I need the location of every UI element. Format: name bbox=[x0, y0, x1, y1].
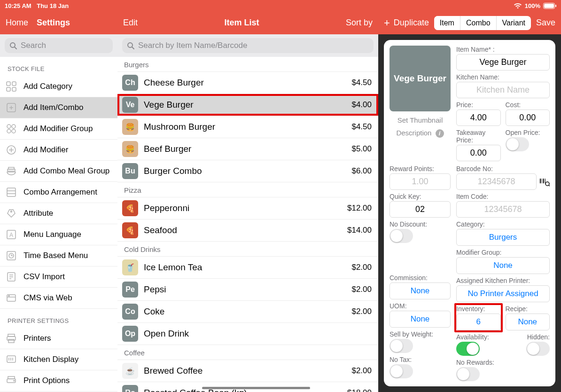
duplicate-button[interactable]: Duplicate bbox=[394, 18, 429, 28]
label-recipe: Recipe: bbox=[506, 305, 550, 313]
sidebar-item-label: Attribute bbox=[23, 209, 53, 218]
item-price: $14.00 bbox=[347, 226, 372, 235]
sidebar-search-input[interactable] bbox=[21, 41, 120, 50]
item-row[interactable]: 🍕Pepperonni$12.00 bbox=[117, 197, 378, 220]
sidebar-item-printers[interactable]: Printers bbox=[0, 328, 117, 349]
wifi-icon bbox=[514, 3, 522, 9]
description-button[interactable]: Description i bbox=[396, 129, 444, 138]
set-thumbnail-button[interactable]: Set Thumbnail bbox=[397, 116, 443, 124]
item-code-input[interactable]: 12345678 bbox=[456, 201, 550, 218]
sidebar-item-add-category[interactable]: Add Category bbox=[0, 76, 117, 97]
item-row[interactable]: 🥤Ice Lemon Tea$2.00 bbox=[117, 257, 378, 279]
item-row[interactable]: 🍔Beef Burger$5.00 bbox=[117, 138, 378, 160]
item-price: $2.00 bbox=[351, 366, 372, 376]
status-date: Thu 18 Jan bbox=[37, 2, 69, 9]
item-thumb: ☕ bbox=[122, 363, 138, 379]
cost-input[interactable]: 0.00 bbox=[506, 110, 550, 126]
item-row[interactable]: OpOpen Drink bbox=[117, 323, 378, 345]
uom-button[interactable]: None bbox=[390, 311, 451, 328]
sell-by-weight-toggle[interactable] bbox=[390, 339, 413, 353]
item-name: Burger Combo bbox=[144, 166, 346, 176]
sidebar-item-print-options[interactable]: Print Options bbox=[0, 370, 117, 392]
item-row[interactable]: 🍔Mushroom Burger$4.50 bbox=[117, 116, 378, 138]
sidebar-search[interactable] bbox=[5, 38, 113, 53]
inventory-button[interactable]: 6 bbox=[456, 314, 501, 330]
recipe-button[interactable]: None bbox=[506, 314, 550, 330]
info-icon: i bbox=[436, 129, 444, 138]
category-button[interactable]: Burgers bbox=[456, 229, 550, 246]
item-row[interactable]: 🍕Seafood$14.00 bbox=[117, 220, 378, 242]
sidebar-item-label: CSV Import bbox=[23, 272, 65, 282]
price-input[interactable]: 4.00 bbox=[456, 110, 501, 126]
item-row[interactable]: VeVege Burger$4.00 bbox=[117, 94, 378, 116]
sidebar-item-label: Add Modifier bbox=[23, 145, 68, 155]
item-row[interactable]: PePepsi$2.00 bbox=[117, 279, 378, 301]
quick-key-input[interactable]: 02 bbox=[390, 201, 451, 218]
sidebar-icon bbox=[6, 165, 17, 177]
sidebar-item-kitchen-display[interactable]: Kitchen Display bbox=[0, 349, 117, 370]
item-price: $4.50 bbox=[351, 78, 372, 87]
label-commission: Commission: bbox=[390, 274, 451, 282]
sort-button[interactable]: Sort by bbox=[346, 18, 373, 28]
label-no-rewards: No Rewards: bbox=[456, 359, 550, 366]
sidebar-icon bbox=[6, 102, 17, 113]
save-button[interactable]: Save bbox=[536, 18, 555, 28]
sidebar-item-attribute[interactable]: Attribute bbox=[0, 203, 117, 224]
item-name: Open Drink bbox=[144, 329, 366, 339]
seg-combo[interactable]: Combo bbox=[460, 16, 497, 30]
sidebar-icon bbox=[6, 354, 17, 365]
commission-button[interactable]: None bbox=[390, 282, 451, 299]
sidebar-item-csv-import[interactable]: CSV Import bbox=[0, 267, 117, 288]
reward-points-input[interactable]: 1.00 bbox=[390, 173, 451, 190]
item-name: Pepsi bbox=[144, 284, 346, 295]
svg-point-32 bbox=[8, 296, 9, 297]
item-row[interactable]: ChCheese Burger$4.50 bbox=[117, 72, 378, 94]
sidebar-item-combo-arrangement[interactable]: Combo Arrangement bbox=[0, 182, 117, 203]
scrollbar[interactable] bbox=[202, 387, 310, 389]
item-price: $2.00 bbox=[351, 285, 372, 294]
takeaway-price-input[interactable]: 0.00 bbox=[456, 145, 501, 161]
no-rewards-toggle[interactable] bbox=[456, 367, 480, 381]
edit-button[interactable]: Edit bbox=[123, 18, 138, 28]
svg-rect-2 bbox=[7, 82, 10, 86]
sidebar-item-add-modifier-group[interactable]: Add Modifier Group bbox=[0, 118, 117, 140]
kitchen-name-input[interactable]: Kitchen Name bbox=[456, 82, 550, 98]
item-thumb: 🍕 bbox=[122, 222, 138, 238]
open-price-toggle[interactable] bbox=[506, 137, 529, 151]
barcode-input[interactable]: 12345678 bbox=[456, 173, 537, 190]
sidebar-item-time-based-menu[interactable]: Time Based Menu bbox=[0, 245, 117, 267]
sidebar-item-add-item-combo[interactable]: Add Item/Combo bbox=[0, 97, 117, 118]
label-sell-by-weight: Sell by Weight: bbox=[390, 330, 451, 338]
label-inventory: Inventory: bbox=[456, 305, 501, 313]
no-discount-toggle[interactable] bbox=[390, 229, 413, 243]
item-search-input[interactable] bbox=[138, 41, 369, 50]
sidebar-item-add-combo-meal-group[interactable]: Add Combo Meal Group bbox=[0, 161, 117, 182]
seg-variant[interactable]: Variant bbox=[497, 16, 531, 30]
seg-item[interactable]: Item bbox=[434, 16, 460, 30]
item-name: Cheese Burger bbox=[144, 78, 346, 88]
svg-rect-36 bbox=[7, 356, 16, 362]
label-takeaway-price: Takeaway Price: bbox=[456, 129, 501, 144]
home-button[interactable]: Home bbox=[6, 18, 28, 28]
item-row[interactable]: CoCoke$2.00 bbox=[117, 301, 378, 323]
svg-line-44 bbox=[132, 47, 134, 49]
modifier-group-button[interactable]: None bbox=[456, 257, 550, 274]
item-price: $12.00 bbox=[347, 204, 372, 213]
sidebar-item-menu-language[interactable]: AMenu Language bbox=[0, 224, 117, 245]
item-type-segmented[interactable]: Item Combo Variant bbox=[434, 16, 531, 30]
item-thumbnail[interactable]: Vege Burger bbox=[390, 46, 451, 111]
item-search[interactable] bbox=[122, 38, 374, 53]
sidebar-item-cms-via-web[interactable]: CMS via Web bbox=[0, 288, 117, 309]
item-row[interactable]: ☕Brewed Coffee$2.00 bbox=[117, 360, 378, 382]
assigned-printer-button[interactable]: No Printer Assigned bbox=[456, 285, 550, 302]
hidden-toggle[interactable] bbox=[526, 342, 550, 356]
svg-line-1 bbox=[15, 47, 16, 49]
label-kitchen-name: Kitchen Name: bbox=[456, 73, 550, 81]
barcode-scan-icon[interactable] bbox=[539, 177, 550, 187]
item-name-input[interactable]: Vege Burger bbox=[456, 54, 550, 71]
availability-toggle[interactable] bbox=[456, 342, 480, 356]
sidebar-item-add-modifier[interactable]: Add Modifier bbox=[0, 140, 117, 161]
item-thumb: Op bbox=[122, 326, 138, 342]
no-tax-toggle[interactable] bbox=[390, 364, 413, 378]
item-row[interactable]: BuBurger Combo$6.00 bbox=[117, 160, 378, 182]
